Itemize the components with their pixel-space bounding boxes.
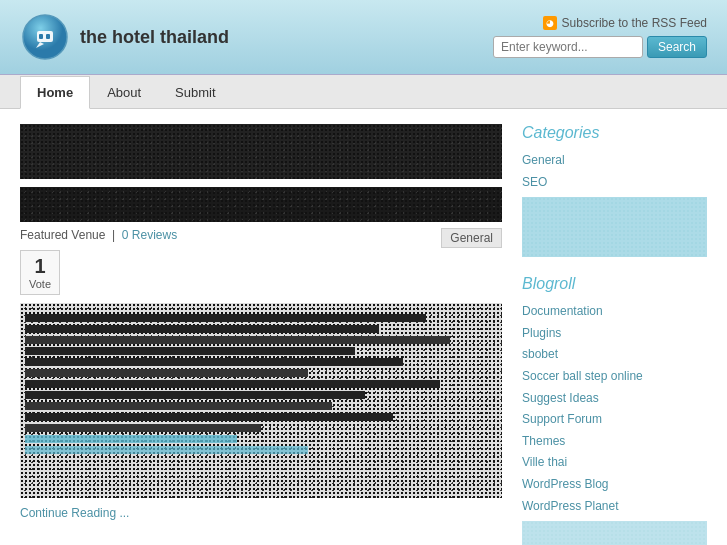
- content: General Featured Venue | 0 Reviews 1 Vot…: [20, 124, 502, 545]
- vote-box[interactable]: 1 Vote: [20, 250, 60, 295]
- rss-icon: ◕: [543, 16, 557, 30]
- categories-section: Categories General SEO: [522, 124, 707, 257]
- svg-rect-3: [39, 34, 43, 39]
- reviews-link[interactable]: 0 Reviews: [122, 228, 177, 242]
- blogroll-noise: [522, 521, 707, 545]
- category-seo[interactable]: SEO: [522, 172, 707, 194]
- site-title: the hotel thailand: [80, 27, 229, 48]
- sidebar: Categories General SEO Blogroll Document…: [522, 124, 707, 545]
- continue-reading-link[interactable]: Continue Reading ...: [20, 506, 129, 520]
- categories-title: Categories: [522, 124, 707, 142]
- featured-venue-label: Featured Venue: [20, 228, 105, 242]
- general-badge[interactable]: General: [441, 228, 502, 248]
- blogroll-link-6[interactable]: Themes: [522, 431, 707, 453]
- blogroll-link-9[interactable]: WordPress Planet: [522, 496, 707, 518]
- rss-label: Subscribe to the RSS Feed: [562, 16, 707, 30]
- rss-area: ◕ Subscribe to the RSS Feed: [543, 16, 707, 30]
- blogroll-link-4[interactable]: Suggest Ideas: [522, 388, 707, 410]
- search-button[interactable]: Search: [647, 36, 707, 58]
- blogroll-link-3[interactable]: Soccer ball step online: [522, 366, 707, 388]
- blogroll-section: Blogroll Documentation Plugins sbobet So…: [522, 275, 707, 545]
- vote-label: Vote: [29, 278, 51, 290]
- blogroll-link-5[interactable]: Support Forum: [522, 409, 707, 431]
- nav-item-submit[interactable]: Submit: [158, 76, 232, 109]
- nav-item-about[interactable]: About: [90, 76, 158, 109]
- search-input[interactable]: [493, 36, 643, 58]
- main: General Featured Venue | 0 Reviews 1 Vot…: [0, 109, 727, 545]
- blogroll-link-2[interactable]: sbobet: [522, 344, 707, 366]
- nav-item-home[interactable]: Home: [20, 76, 90, 109]
- category-noise: [522, 197, 707, 257]
- category-general[interactable]: General: [522, 150, 707, 172]
- nav: Home About Submit: [0, 75, 727, 109]
- blogroll-link-7[interactable]: Ville thai: [522, 452, 707, 474]
- header-right: ◕ Subscribe to the RSS Feed Search: [493, 16, 707, 58]
- post-content-area: Continue Reading ...: [20, 295, 502, 520]
- svg-rect-4: [46, 34, 50, 39]
- logo-icon: [20, 12, 70, 62]
- post-meta: Featured Venue | 0 Reviews: [20, 228, 502, 242]
- vote-number: 1: [29, 255, 51, 278]
- blogroll-link-1[interactable]: Plugins: [522, 323, 707, 345]
- search-area: Search: [493, 36, 707, 58]
- blogroll-link-0[interactable]: Documentation: [522, 301, 707, 323]
- post-body-noise: [20, 303, 502, 498]
- post-header-image: [20, 124, 502, 179]
- logo-area: the hotel thailand: [20, 12, 229, 62]
- blogroll-title: Blogroll: [522, 275, 707, 293]
- blogroll-link-8[interactable]: WordPress Blog: [522, 474, 707, 496]
- post-title-block: [20, 187, 502, 222]
- header: the hotel thailand ◕ Subscribe to the RS…: [0, 0, 727, 75]
